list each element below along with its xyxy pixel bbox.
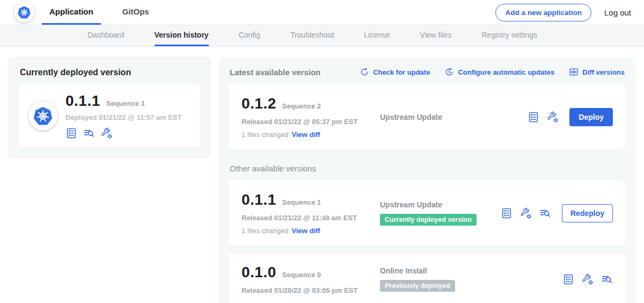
deployed-actions [65, 127, 181, 139]
currently-deployed-badge: Currently deployed version [380, 214, 477, 226]
add-new-application-button[interactable]: Add a new application [495, 4, 591, 21]
configure-automatic-updates-link[interactable]: Configure automatic updates [444, 67, 554, 77]
view-diff-link[interactable]: View diff [291, 227, 320, 235]
version-number: 0.1.1 [241, 191, 276, 208]
version-card-actions [562, 273, 613, 285]
page-subnav: Dashboard Version history Config Trouble… [0, 25, 644, 47]
version-source: Online Install Previously deployed [380, 266, 562, 292]
diff-versions-label: Diff versions [582, 68, 625, 76]
subnav-tab-license[interactable]: License [364, 25, 390, 46]
deployed-version-card: 0.1.1 Sequence 1 Deployed 01/21/22 @ 11:… [19, 84, 200, 147]
tab-gitops[interactable]: GitOps [115, 0, 157, 25]
config-icon[interactable] [101, 127, 113, 139]
deployed-sequence-label: Sequence 1 [106, 99, 145, 107]
redeploy-button[interactable]: Redeploy [562, 204, 613, 222]
diff-icon [569, 67, 579, 77]
released-timestamp: Released 01/20/22 @ 03:05 pm EST [241, 286, 380, 294]
release-notes-icon[interactable] [65, 127, 77, 139]
config-icon[interactable] [520, 207, 532, 219]
admin-console: Application GitOps Add a new application… [0, 0, 644, 303]
sequence-label: Sequence 2 [282, 102, 321, 110]
deployed-timestamp: Deployed 01/21/22 @ 11:57 am EST [65, 113, 181, 121]
deploy-logs-icon[interactable] [601, 273, 613, 285]
version-card-0-1-1: 0.1.1 Sequence 1 Released 01/21/22 @ 11:… [229, 181, 626, 246]
diff-versions-link[interactable]: Diff versions [569, 67, 625, 77]
deployed-version-number: 0.1.1 [65, 92, 100, 110]
header-actions: Add a new application Log out [495, 0, 631, 25]
deploy-logs-icon[interactable] [83, 127, 95, 139]
version-source: Upstream Update [380, 113, 528, 121]
logout-link[interactable]: Log out [604, 8, 631, 17]
deployed-version-info: 0.1.1 Sequence 1 Deployed 01/21/22 @ 11:… [65, 92, 181, 139]
version-info: 0.1.2 Sequence 2 Released 01/21/22 @ 05:… [241, 95, 380, 139]
files-changed-label: 1 files changed [241, 227, 288, 235]
version-source: Upstream Update Currently deployed versi… [380, 200, 501, 226]
version-history-page: Currently deployed version 0.1.1 Sequenc… [0, 47, 644, 303]
deploy-button[interactable]: Deploy [569, 108, 613, 126]
config-icon[interactable] [582, 273, 594, 285]
refresh-icon [360, 67, 369, 77]
release-notes-icon[interactable] [562, 273, 574, 285]
source-label: Upstream Update [380, 200, 501, 209]
available-versions-panel: Latest available version Check for updat… [219, 57, 635, 303]
currently-deployed-card: Currently deployed version 0.1.1 Sequenc… [9, 57, 210, 157]
app-header: Application GitOps Add a new application… [0, 0, 644, 25]
subnav-tab-view-files[interactable]: View files [420, 25, 452, 46]
currently-deployed-title: Currently deployed version [20, 68, 200, 77]
source-label: Upstream Update [380, 113, 528, 121]
version-card-0-1-2: 0.1.2 Sequence 2 Released 01/21/22 @ 05:… [229, 84, 626, 149]
schedule-update-icon [444, 67, 454, 77]
version-info: 0.1.0 Sequence 0 Released 01/20/22 @ 03:… [241, 264, 380, 294]
view-diff-link[interactable]: View diff [291, 131, 320, 139]
released-timestamp: Released 01/21/22 @ 05:37 pm EST [241, 118, 380, 126]
version-actions: Check for update Configure automatic upd… [360, 67, 625, 77]
version-number: 0.1.2 [241, 95, 276, 112]
other-versions-title: Other available versions [230, 164, 625, 173]
subnav-tab-dashboard[interactable]: Dashboard [87, 25, 125, 46]
release-notes-icon[interactable] [501, 207, 513, 219]
source-label: Online Install [380, 266, 562, 275]
kubernetes-app-icon [28, 102, 57, 131]
previously-deployed-badge: Previously deployed [380, 280, 455, 292]
check-for-update-label: Check for update [373, 68, 430, 76]
kubernetes-logo [14, 2, 34, 23]
release-notes-icon[interactable] [528, 111, 539, 123]
released-timestamp: Released 01/21/22 @ 11:48 am EST [241, 214, 380, 222]
sequence-label: Sequence 0 [282, 271, 321, 279]
latest-version-header: Latest available version Check for updat… [229, 66, 626, 77]
configure-updates-label: Configure automatic updates [458, 68, 554, 76]
latest-version-title: Latest available version [230, 68, 320, 77]
tab-application[interactable]: Application [42, 0, 101, 25]
version-card-0-1-0: 0.1.0 Sequence 0 Released 01/20/22 @ 03:… [229, 253, 626, 303]
subnav-tab-config[interactable]: Config [239, 25, 260, 46]
config-icon[interactable] [547, 111, 559, 123]
version-card-actions: Redeploy [501, 204, 613, 222]
deploy-logs-icon[interactable] [539, 207, 551, 219]
version-info: 0.1.1 Sequence 1 Released 01/21/22 @ 11:… [241, 191, 380, 235]
app-tabs: Application GitOps [42, 0, 171, 25]
version-number: 0.1.0 [241, 264, 276, 281]
files-changed-label: 1 files changed [241, 131, 288, 139]
subnav-tab-registry-settings[interactable]: Registry settings [481, 25, 537, 46]
subnav-tab-version-history[interactable]: Version history [155, 25, 209, 46]
version-card-actions: Deploy [528, 108, 613, 126]
subnav-tab-troubleshoot[interactable]: Troubleshoot [290, 25, 334, 46]
check-for-update-link[interactable]: Check for update [360, 67, 430, 77]
sequence-label: Sequence 1 [282, 198, 321, 206]
